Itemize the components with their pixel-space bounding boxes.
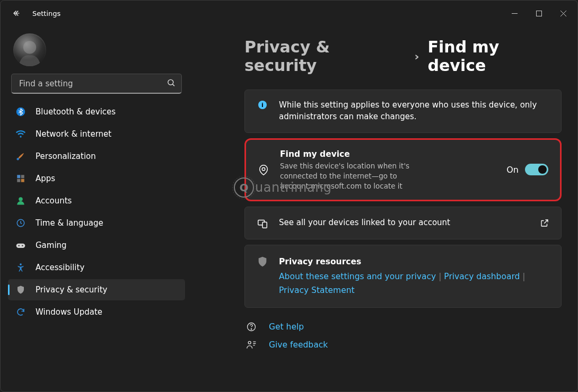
info-banner: i While this setting applies to everyone… [244, 90, 562, 133]
shield-outline-icon [257, 256, 268, 268]
profile-block[interactable] [8, 30, 185, 74]
footer-links: Get help Give feedback [244, 322, 562, 350]
chevron-right-icon: › [414, 50, 419, 63]
toggle-state-label: On [506, 165, 519, 175]
maximize-icon [536, 11, 542, 16]
info-text: While this setting applies to everyone w… [279, 100, 549, 123]
svg-point-16 [20, 263, 22, 265]
help-icon [246, 322, 257, 332]
svg-rect-0 [512, 13, 518, 14]
toggle-find-my-device[interactable] [525, 164, 548, 175]
accessibility-icon [15, 262, 26, 273]
svg-point-6 [17, 158, 20, 161]
search-wrap [11, 74, 182, 94]
svg-point-4 [168, 79, 173, 85]
titlebar: Settings [1, 1, 577, 26]
close-button[interactable] [551, 3, 575, 24]
svg-rect-1 [536, 11, 541, 16]
sidebar-item-label: Windows Update [36, 307, 102, 317]
bluetooth-icon [15, 106, 26, 117]
minimize-button[interactable] [502, 3, 527, 24]
search-input[interactable] [11, 74, 182, 94]
svg-rect-13 [16, 244, 25, 248]
linked-devices-row[interactable]: See all your devices linked to your acco… [244, 207, 562, 239]
svg-rect-19 [262, 222, 267, 228]
sidebar-item-label: Apps [36, 174, 55, 183]
setting-description: Save this device's location when it's co… [280, 161, 444, 191]
page-title: Find my device [428, 38, 562, 75]
sidebar-item-network[interactable]: Network & internet [8, 123, 185, 145]
svg-rect-10 [21, 179, 24, 182]
resources-title: Privacy resources [279, 255, 549, 269]
svg-point-21 [251, 328, 251, 329]
svg-point-22 [248, 341, 251, 344]
get-help-label: Get help [269, 322, 304, 332]
window-title: Settings [32, 10, 60, 17]
sidebar-item-label: Privacy & security [36, 285, 107, 295]
link-about-settings[interactable]: About these settings and your privacy [279, 272, 436, 281]
linked-devices-label: See all your devices linked to your acco… [279, 217, 529, 229]
breadcrumb: Privacy & security › Find my device [244, 38, 562, 75]
svg-point-3 [14, 34, 46, 66]
feedback-icon [246, 340, 257, 350]
svg-point-11 [19, 197, 23, 201]
sidebar-item-gaming[interactable]: Gaming [8, 235, 185, 256]
sidebar-item-label: Personalization [36, 152, 96, 161]
apps-icon [15, 173, 26, 184]
sidebar-item-time-language[interactable]: Time & language [8, 212, 185, 234]
sidebar-item-label: Accessibility [36, 263, 84, 272]
privacy-resources-card: Privacy resources About these settings a… [244, 245, 562, 308]
close-icon [561, 11, 566, 16]
info-icon: i [258, 101, 267, 109]
svg-rect-8 [21, 175, 24, 178]
sidebar-item-accounts[interactable]: Accounts [8, 190, 185, 211]
give-feedback-link[interactable]: Give feedback [244, 340, 562, 350]
update-icon [15, 307, 26, 317]
svg-rect-7 [17, 175, 20, 178]
avatar [13, 33, 46, 66]
link-privacy-dashboard[interactable]: Privacy dashboard [444, 272, 520, 281]
give-feedback-label: Give feedback [269, 340, 328, 350]
minimize-icon [512, 11, 518, 16]
maximize-button[interactable] [527, 3, 551, 24]
gamepad-icon [15, 240, 26, 251]
setting-find-my-device[interactable]: Find my device Save this device's locati… [244, 138, 562, 201]
open-external-icon [540, 218, 549, 228]
brush-icon [15, 151, 26, 162]
sidebar-item-apps[interactable]: Apps [8, 168, 185, 189]
sidebar-item-bluetooth[interactable]: Bluetooth & devices [8, 101, 185, 122]
main-panel: Privacy & security › Find my device i Wh… [191, 26, 577, 391]
svg-point-15 [22, 245, 23, 247]
setting-title: Find my device [280, 148, 496, 160]
search-icon [167, 78, 176, 90]
svg-point-17 [262, 167, 265, 171]
sidebar-item-accessibility[interactable]: Accessibility [8, 257, 185, 278]
back-button[interactable] [9, 5, 25, 21]
person-icon [15, 195, 26, 206]
sidebar-item-label: Bluetooth & devices [36, 107, 116, 117]
svg-rect-9 [17, 179, 20, 182]
shield-icon [15, 284, 26, 295]
devices-icon [257, 218, 268, 229]
svg-point-14 [18, 245, 20, 247]
sidebar-item-windows-update[interactable]: Windows Update [8, 301, 185, 323]
clock-globe-icon [15, 218, 26, 228]
sidebar-item-personalization[interactable]: Personalization [8, 146, 185, 167]
breadcrumb-parent[interactable]: Privacy & security [244, 38, 406, 75]
window-controls [502, 3, 575, 24]
nav: Bluetooth & devices Network & internet P… [8, 101, 185, 323]
sidebar-item-privacy[interactable]: Privacy & security [8, 279, 185, 300]
wifi-icon [15, 129, 26, 139]
sidebar-item-label: Time & language [36, 218, 103, 228]
sidebar-item-label: Network & internet [36, 129, 111, 139]
sidebar-item-label: Accounts [36, 196, 72, 206]
location-pin-icon [258, 164, 269, 176]
link-privacy-statement[interactable]: Privacy Statement [279, 286, 355, 295]
get-help-link[interactable]: Get help [244, 322, 562, 332]
sidebar: Bluetooth & devices Network & internet P… [1, 26, 191, 391]
sidebar-item-label: Gaming [36, 240, 67, 250]
